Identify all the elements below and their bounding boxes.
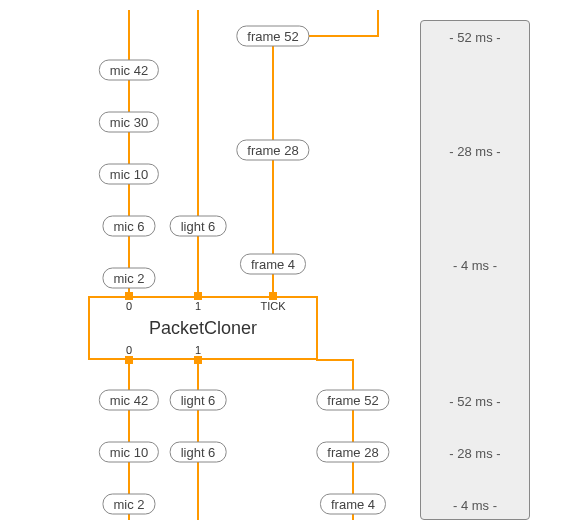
packet-frame-4: frame 4	[240, 254, 306, 275]
packet-mic-30: mic 30	[99, 112, 159, 133]
port-in-0-label: 0	[126, 300, 132, 312]
packet-mic-2: mic 2	[102, 268, 155, 289]
packet-frame-28: frame 28	[236, 140, 309, 161]
time-label-28: - 28 ms -	[449, 144, 500, 159]
wire-in1	[197, 10, 199, 296]
packet-mic-42: mic 42	[99, 60, 159, 81]
time-label-52b: - 52 ms -	[449, 394, 500, 409]
time-label-52: - 52 ms -	[449, 30, 500, 45]
wire-tick-right-v	[377, 10, 379, 37]
wire-in0	[128, 10, 130, 296]
out-packet-frame-52: frame 52	[316, 390, 389, 411]
out-packet-mic-42: mic 42	[99, 390, 159, 411]
calculator-title: PacketCloner	[149, 318, 257, 339]
out-packet-light-6-b: light 6	[170, 442, 227, 463]
port-in-1-square	[194, 292, 202, 300]
out-packet-frame-4: frame 4	[320, 494, 386, 515]
time-axis: - 52 ms - - 28 ms - - 4 ms - - 52 ms - -…	[420, 20, 530, 520]
port-in-tick-square	[269, 292, 277, 300]
port-out-0-label: 0	[126, 344, 132, 356]
time-label-28b: - 28 ms -	[449, 446, 500, 461]
port-out-0-square	[125, 356, 133, 364]
diagram-canvas: { "chart_data": { "type": "diagram", "ca…	[0, 0, 565, 528]
out-packet-light-6-a: light 6	[170, 390, 227, 411]
out-packet-mic-2: mic 2	[102, 494, 155, 515]
out-packet-frame-28: frame 28	[316, 442, 389, 463]
port-out-1-square	[194, 356, 202, 364]
out-packet-mic-10: mic 10	[99, 442, 159, 463]
port-out-1-label: 1	[195, 344, 201, 356]
packet-light-6: light 6	[170, 216, 227, 237]
port-in-0-square	[125, 292, 133, 300]
wire-sync-h	[316, 359, 354, 361]
packet-mic-6: mic 6	[102, 216, 155, 237]
packet-mic-10: mic 10	[99, 164, 159, 185]
port-in-1-label: 1	[195, 300, 201, 312]
time-label-4b: - 4 ms -	[453, 498, 497, 513]
time-label-4: - 4 ms -	[453, 258, 497, 273]
port-in-tick-label: TICK	[260, 300, 285, 312]
wire-out1	[197, 360, 199, 520]
packet-frame-52: frame 52	[236, 26, 309, 47]
